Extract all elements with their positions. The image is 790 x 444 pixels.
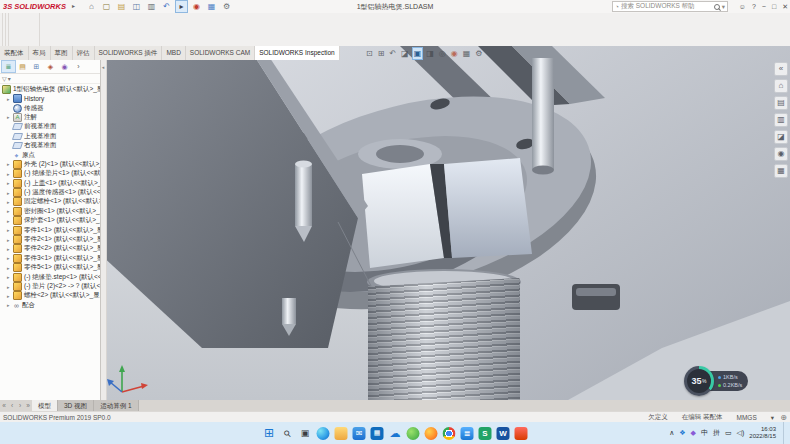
tree-item[interactable]: 前视基准面 bbox=[0, 122, 100, 131]
start-button[interactable]: ⊞ bbox=[263, 427, 276, 440]
undo-icon[interactable]: ↶ bbox=[161, 1, 172, 12]
tree-root-item[interactable]: 1型铝轴热电煲 (默认<默认>_显示状态-1 bbox=[0, 84, 100, 94]
doc-tab-nav-arrow[interactable]: ‹ bbox=[8, 400, 16, 411]
tree-item[interactable]: ▸ (-) 绝缘垫片<1> (默认<<默认>_显示状 bbox=[0, 169, 100, 178]
tree-item[interactable]: ▸ 零件2<1> (默认<<默认>_显示状态 bbox=[0, 235, 100, 244]
panel-splitter[interactable]: ◂ bbox=[100, 60, 107, 400]
green-app-icon[interactable] bbox=[407, 427, 420, 440]
expand-arrow-icon[interactable]: ▸ bbox=[7, 274, 11, 280]
search-icon[interactable] bbox=[714, 4, 720, 10]
displaymanager-tab[interactable]: ◉ bbox=[58, 61, 71, 72]
tab-mbd[interactable]: MBD bbox=[162, 46, 185, 60]
taskbar-clock[interactable]: 16:03 2022/8/15 bbox=[749, 426, 776, 441]
expand-arrow-icon[interactable]: ▸ bbox=[7, 284, 11, 290]
expand-arrow-icon[interactable]: ▸ bbox=[7, 114, 11, 120]
tree-item[interactable]: ▸ 零件2<2> (默认<<默认>_显示状态 bbox=[0, 244, 100, 253]
mail-icon[interactable]: ✉ bbox=[353, 427, 366, 440]
doc-tab-nav-arrow[interactable]: « bbox=[0, 400, 8, 411]
chrome-icon[interactable] bbox=[443, 427, 456, 440]
close-button[interactable]: ✕ bbox=[782, 0, 788, 13]
expand-arrow-icon[interactable]: ▸ bbox=[7, 255, 11, 261]
doc-tab-nav-arrow[interactable]: › bbox=[16, 400, 24, 411]
tab-sketch[interactable]: 草图 bbox=[51, 46, 73, 60]
print-icon[interactable]: ▥ bbox=[146, 1, 157, 12]
configurationmanager-tab[interactable]: ⊞ bbox=[30, 61, 43, 72]
open-icon[interactable]: ▤ bbox=[116, 1, 127, 12]
green-s-app-icon[interactable]: S bbox=[479, 427, 492, 440]
design-library-icon[interactable]: ▤ bbox=[774, 96, 788, 110]
expand-arrow-icon[interactable]: ▸ bbox=[7, 265, 11, 271]
globe-icon[interactable]: ⊕ bbox=[780, 413, 787, 422]
expand-arrow-icon[interactable]: ▸ bbox=[7, 227, 11, 233]
file-explorer-icon[interactable] bbox=[335, 427, 348, 440]
help-search-box[interactable]: ◔ 搜索 SOLIDWORKS 帮助 ▾ bbox=[612, 1, 728, 12]
display-settings-icon[interactable]: ▦ bbox=[206, 1, 217, 12]
tab-evaluate[interactable]: 评估 bbox=[73, 46, 95, 60]
view-orientation-icon[interactable]: ▣ bbox=[413, 48, 423, 59]
select-icon[interactable]: ▸ bbox=[176, 1, 187, 12]
expand-arrow-icon[interactable]: ▸ bbox=[7, 190, 11, 196]
expand-arrow-icon[interactable]: ▸ bbox=[7, 246, 11, 252]
tree-item[interactable]: ▸ History bbox=[0, 94, 100, 103]
status-item[interactable]: ▾ bbox=[771, 414, 774, 422]
tree-item[interactable]: ▸ 固定螺栓<1> (默认<<默认>_显示状态 bbox=[0, 197, 100, 206]
logo-flyout-arrow-icon[interactable]: ▸ bbox=[72, 0, 75, 13]
login-icon[interactable]: ☺ bbox=[739, 0, 746, 13]
expand-arrow-icon[interactable]: ▸ bbox=[7, 218, 11, 224]
expand-arrow-icon[interactable]: ▸ bbox=[7, 208, 11, 214]
status-item[interactable]: 欠定义 bbox=[648, 413, 668, 422]
search-taskbar-icon[interactable]: ⚲ bbox=[278, 424, 296, 442]
expand-arrow-icon[interactable]: ▸ bbox=[7, 96, 11, 102]
onedrive-icon[interactable]: ☁ bbox=[389, 427, 402, 440]
home-icon[interactable]: ⌂ bbox=[86, 1, 97, 12]
tree-item[interactable]: ▸ ∞ 配合 bbox=[0, 301, 100, 310]
tree-filter[interactable]: ▽ ▾ bbox=[0, 74, 100, 84]
tree-item[interactable]: ▸ 密封圈<1> (默认<<默认>_显示状态 bbox=[0, 207, 100, 216]
expand-arrow-icon[interactable]: ▸ bbox=[7, 199, 11, 205]
tab-cam[interactable]: SOLIDWORKS CAM bbox=[186, 46, 255, 60]
tree-item[interactable]: ▸ A 注解 bbox=[0, 113, 100, 122]
ime-language[interactable]: 中 bbox=[701, 428, 708, 438]
tree-item[interactable]: 右视基准面 bbox=[0, 141, 100, 150]
status-item[interactable]: 在编辑 装配体 bbox=[682, 413, 723, 422]
tree-item[interactable]: ▸ (-) 绝缘垫.step<1> (默认<<默认>_ bbox=[0, 272, 100, 281]
tree-item[interactable]: ▸ (-) 垫片 (2)<2> -> ? (默认<<默认>_ bbox=[0, 282, 100, 291]
ime-mode[interactable]: 拼 bbox=[713, 428, 720, 438]
expand-arrow-icon[interactable]: ▸ bbox=[7, 293, 11, 299]
tab-layout[interactable]: 布局 bbox=[29, 46, 51, 60]
filter-funnel-icon[interactable]: ▽ bbox=[2, 75, 7, 82]
motion-study-tab[interactable]: 运动算例 1 bbox=[94, 400, 138, 411]
expand-arrow-icon[interactable]: ▸ bbox=[7, 180, 11, 186]
status-item[interactable]: MMGS bbox=[737, 414, 757, 421]
section-view-icon[interactable]: ◪ bbox=[400, 48, 410, 59]
tree-item[interactable]: ▸ 零件5<1> (默认<<默认>_显示状态 bbox=[0, 263, 100, 272]
view-palette-icon[interactable]: ◪ bbox=[774, 130, 788, 144]
tree-item[interactable]: ▸ 外壳 (2)<1> (默认<<默认>_显示状态 bbox=[0, 160, 100, 169]
zoom-area-icon[interactable]: ⊞ bbox=[377, 48, 386, 59]
tab-addins[interactable]: SOLIDWORKS 插件 bbox=[95, 46, 163, 60]
search-input[interactable]: 搜索 SOLIDWORKS 帮助 bbox=[621, 2, 712, 11]
taskpane-collapse-icon[interactable]: « bbox=[774, 62, 788, 76]
tree-item[interactable]: ▸ 螺栓<2> (默认<<默认>_显示状态 bbox=[0, 291, 100, 300]
edit-appearance-icon[interactable]: ◉ bbox=[450, 48, 459, 59]
file-explorer-pane-icon[interactable]: ▥ bbox=[774, 113, 788, 127]
appearances-icon[interactable]: ◉ bbox=[774, 147, 788, 161]
tree-item[interactable]: ▸ (-) 上盖<1> (默认<<默认>_显示状态 bbox=[0, 179, 100, 188]
expand-arrow-icon[interactable]: ▸ bbox=[7, 161, 11, 167]
custom-properties-icon[interactable]: ▦ bbox=[774, 164, 788, 178]
hide-show-items-icon[interactable]: ◎ bbox=[438, 48, 447, 59]
dimxpertmanager-tab[interactable]: ◈ bbox=[44, 61, 57, 72]
display-style-icon[interactable]: ◨ bbox=[425, 48, 435, 59]
rebuild-icon[interactable]: ◉ bbox=[191, 1, 202, 12]
expand-arrow-icon[interactable]: ▸ bbox=[7, 171, 11, 177]
show-desktop-button[interactable] bbox=[783, 422, 786, 444]
store-icon[interactable]: ▦ bbox=[371, 427, 384, 440]
zoom-fit-icon[interactable]: ⊡ bbox=[365, 48, 374, 59]
tray-chevron-icon[interactable]: ∧ bbox=[669, 429, 674, 437]
tree-item[interactable]: ▸ (-) 温度传感器<1> (默认<<默认>_显示 bbox=[0, 188, 100, 197]
tree-item[interactable]: 传感器 bbox=[0, 103, 100, 112]
tab-assembly[interactable]: 装配体 bbox=[0, 46, 29, 60]
search-caret-icon[interactable]: ▾ bbox=[722, 3, 725, 11]
3d-views-tab[interactable]: 3D 视图 bbox=[58, 400, 94, 411]
propertymanager-tab[interactable]: ▤ bbox=[16, 61, 29, 72]
